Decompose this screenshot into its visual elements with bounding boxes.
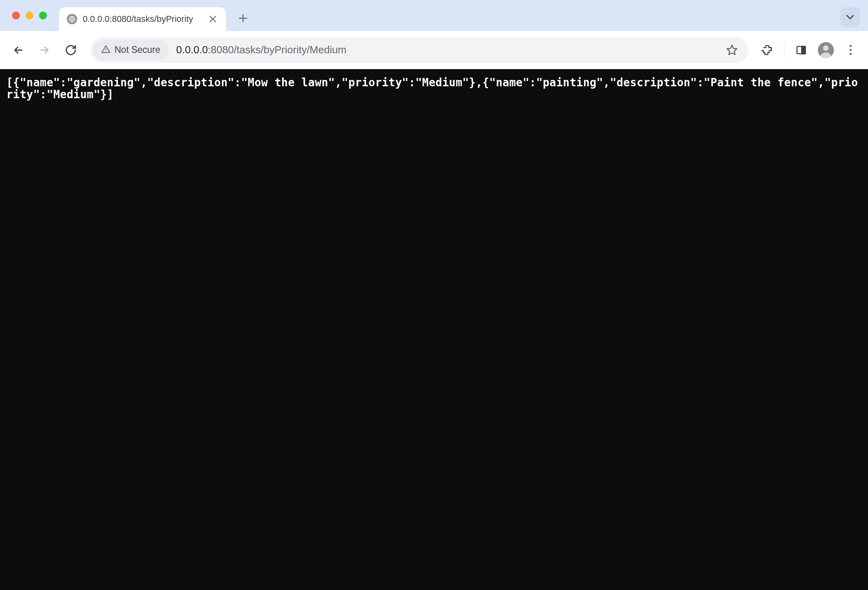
forward-button[interactable]	[34, 40, 55, 60]
window-controls	[12, 12, 47, 19]
window-minimize-button[interactable]	[25, 12, 33, 19]
browser-menu-button[interactable]	[841, 41, 860, 60]
tabs-dropdown-button[interactable]	[840, 7, 860, 27]
toolbar: Not Secure 0.0.0.0:8080/tasks/byPriority…	[0, 31, 868, 69]
profile-avatar[interactable]	[818, 42, 834, 58]
svg-rect-2	[802, 46, 805, 54]
url-host: 0.0.0.0	[176, 44, 208, 56]
page-content: [{"name":"gardening","description":"Mow …	[0, 69, 868, 590]
tab-title: 0.0.0.0:8080/tasks/byPriority	[83, 14, 202, 24]
tab-bar: 0.0.0.0:8080/tasks/byPriority	[0, 0, 868, 31]
security-chip[interactable]: Not Secure	[93, 40, 168, 60]
side-panel-button[interactable]	[792, 41, 811, 60]
bookmark-button[interactable]	[723, 41, 741, 59]
window-maximize-button[interactable]	[39, 12, 47, 19]
url-path: :8080/tasks/byPriority/Medium	[208, 44, 346, 56]
back-button[interactable]	[8, 40, 29, 60]
warning-icon	[101, 45, 111, 56]
browser-chrome: 0.0.0.0:8080/tasks/byPriority	[0, 0, 868, 69]
window-close-button[interactable]	[12, 12, 20, 19]
toolbar-divider	[784, 42, 784, 58]
browser-tab[interactable]: 0.0.0.0:8080/tasks/byPriority	[59, 7, 226, 31]
new-tab-button[interactable]	[234, 9, 252, 27]
address-bar[interactable]: Not Secure 0.0.0.0:8080/tasks/byPriority…	[91, 37, 748, 63]
tab-close-button[interactable]	[208, 14, 218, 24]
toolbar-right	[758, 41, 860, 60]
extensions-button[interactable]	[758, 41, 777, 60]
reload-button[interactable]	[60, 40, 81, 60]
security-label: Not Secure	[115, 45, 160, 55]
globe-icon	[67, 14, 77, 24]
svg-point-4	[823, 45, 829, 51]
url-text: 0.0.0.0:8080/tasks/byPriority/Medium	[176, 44, 723, 56]
